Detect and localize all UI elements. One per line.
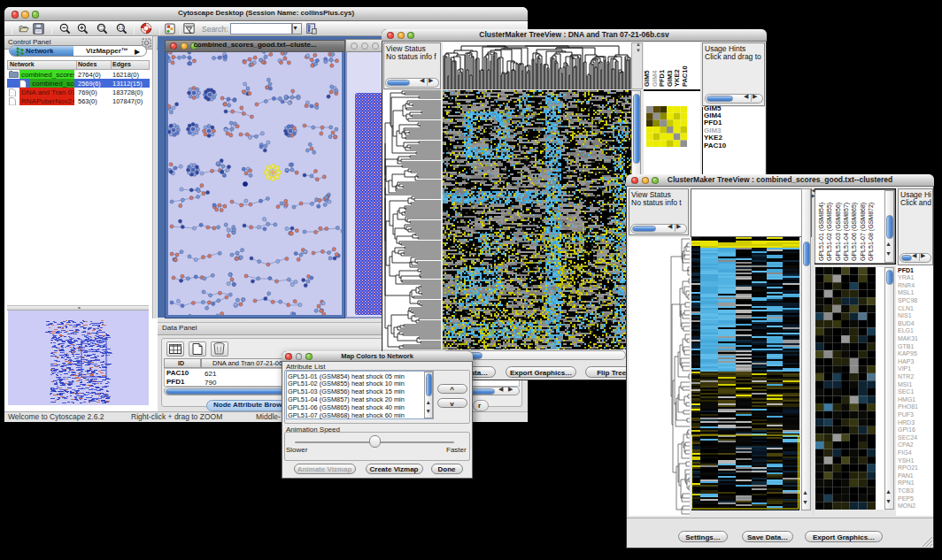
svg-text:GPL51-06 (GSM865): GPL51-06 (GSM865) (851, 203, 858, 261)
svg-text:GPL51-04 (GSM857): GPL51-04 (GSM857) (843, 203, 850, 261)
svg-text:GPL51-07 (GSM868): GPL51-07 (GSM868) (860, 203, 867, 261)
svg-text:PAC10: PAC10 (681, 65, 689, 87)
svg-text:GPL51-08 (GSM872): GPL51-08 (GSM872) (868, 203, 875, 261)
svg-text:1:1: 1:1 (118, 26, 124, 30)
svg-text:GPL51-01 (GSM854): GPL51-01 (GSM854) (818, 203, 825, 261)
svg-text:GPL51-03 (GSM856): GPL51-03 (GSM856) (835, 203, 842, 261)
svg-text:GPL51-02 (GSM855): GPL51-02 (GSM855) (826, 203, 833, 261)
